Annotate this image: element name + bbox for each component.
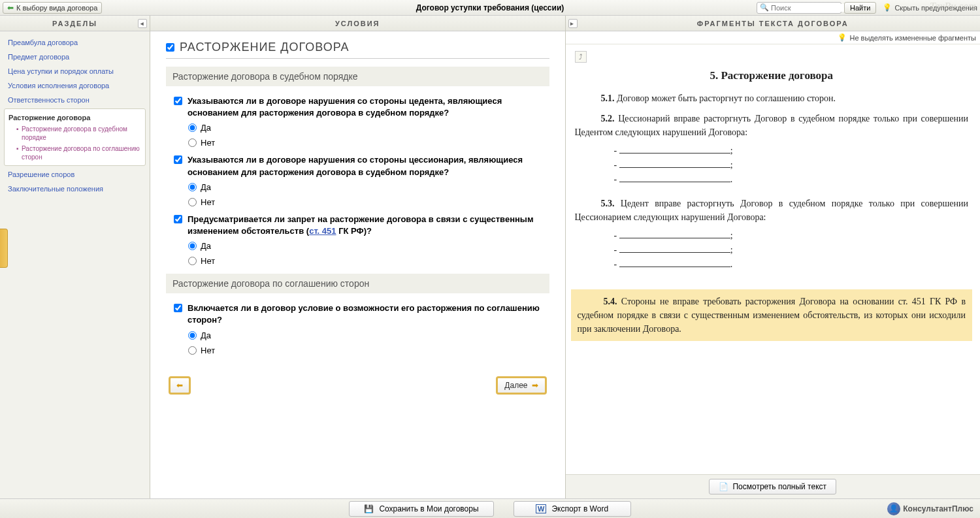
fragments-collapse-button[interactable]: ▸	[568, 19, 578, 28]
section-checkbox[interactable]	[166, 43, 174, 52]
q3-no[interactable]: Нет	[166, 253, 549, 268]
blank-line: - ;	[614, 245, 969, 255]
question-1: Указываются ли в договоре нарушения со с…	[166, 91, 549, 120]
conditions-column: УСЛОВИЯ РАСТОРЖЕНИЕ ДОГОВОРА Расторжение…	[150, 16, 566, 498]
clause-5-1: 5.1. Договор может быть расторгнут по со…	[575, 91, 969, 105]
fragments-header: ▸ ФРАГМЕНТЫ ТЕКСТА ДОГОВОРА	[566, 16, 981, 31]
topbar: ⬅ К выбору вида договора Договор уступки…	[0, 0, 980, 16]
prev-button[interactable]: ⬅	[169, 376, 191, 395]
q3-yes[interactable]: Да	[166, 238, 549, 253]
blank-line: - .	[614, 259, 969, 270]
sidebar-collapse-button[interactable]: ◂	[138, 19, 147, 28]
footer: 💾 Сохранить в Мои договоры W Экспорт в W…	[0, 498, 980, 518]
sidebar-sub-agreement[interactable]: Расторжение договора по соглашению сторо…	[5, 143, 145, 163]
main: РАЗДЕЛЫ ◂ Преамбула договора Предмет дог…	[0, 16, 980, 498]
find-button[interactable]: Найти	[844, 2, 876, 14]
q1-checkbox[interactable]	[174, 97, 182, 105]
sidebar: РАЗДЕЛЫ ◂ Преамбула договора Предмет дог…	[0, 16, 150, 498]
next-label: Далее	[504, 381, 527, 390]
view-full-text-button[interactable]: 📄 Посмотреть полный текст	[709, 479, 836, 494]
view-full-label: Посмотреть полный текст	[732, 482, 826, 491]
sidebar-item-disputes[interactable]: Разрешение споров	[0, 167, 150, 182]
q4-checkbox[interactable]	[174, 304, 182, 312]
link-art451[interactable]: ст. 451	[309, 226, 336, 236]
q3-text: Предусматривается ли запрет на расторжен…	[188, 214, 549, 237]
fragments-column: ▸ ФРАГМЕНТЫ ТЕКСТА ДОГОВОРА 💡 Не выделят…	[566, 16, 981, 498]
section-title-row: РАСТОРЖЕНИЕ ДОГОВОРА	[166, 40, 549, 59]
brand-logo-icon: 👤	[887, 502, 900, 515]
conditions-body: РАСТОРЖЕНИЕ ДОГОВОРА Расторжение договор…	[150, 31, 565, 498]
bulb-icon: 💡	[838, 33, 847, 42]
fragments-toolbar: 💡 Не выделять измененные фрагменты	[566, 31, 981, 44]
doc-heading: 5. Расторжение договора	[575, 69, 969, 82]
clause-5-3: 5.3. Цедент вправе расторгнуть Договор в…	[575, 197, 969, 224]
topbar-right: 🔍 ✎ Найти 💡 Скрыть предупреждения	[757, 2, 977, 14]
scroll-up-icon[interactable]: ⤴	[575, 51, 587, 63]
back-label: К выбору вида договора	[16, 4, 97, 12]
q4-text: Включается ли в договор условие о возмож…	[188, 302, 549, 326]
save-label: Сохранить в Мои договоры	[379, 504, 478, 513]
q2-no[interactable]: Нет	[166, 195, 549, 210]
arrow-left-icon: ⬅	[176, 381, 183, 390]
highlighted-clause-5-4: 5.4. Стороны не вправе требовать расторж…	[571, 289, 973, 341]
blank-line: - ;	[614, 160, 969, 170]
sidebar-body: Преамбула договора Предмет договора Цена…	[0, 31, 150, 498]
save-icon: 💾	[364, 504, 374, 513]
sidebar-item-price[interactable]: Цена уступки и порядок оплаты	[0, 64, 150, 78]
sidebar-header-label: РАЗДЕЛЫ	[52, 20, 97, 27]
sidebar-item-final[interactable]: Заключительные положения	[0, 182, 150, 196]
sidebar-active-section: Расторжение договора Расторжение договор…	[4, 108, 146, 166]
conditions-header: УСЛОВИЯ	[150, 16, 565, 31]
hide-warnings-link[interactable]: 💡 Скрыть предупреждения	[883, 3, 977, 12]
blank-line: - ;	[614, 231, 969, 241]
side-ribbon-tab[interactable]	[0, 229, 8, 268]
subsection-judicial: Расторжение договора в судебном порядке	[166, 67, 549, 86]
sidebar-item-execution[interactable]: Условия исполнения договора	[0, 78, 150, 93]
sidebar-item-preamble[interactable]: Преамбула договора	[0, 35, 150, 50]
save-to-my-contracts-button[interactable]: 💾 Сохранить в Мои договоры	[349, 501, 493, 517]
sidebar-item-subject[interactable]: Предмет договора	[0, 50, 150, 64]
hide-warnings-label: Скрыть предупреждения	[894, 4, 977, 12]
blank-line: - ;	[614, 146, 969, 156]
word-icon: W	[536, 504, 546, 513]
q2-text: Указываются ли в договоре нарушения со с…	[188, 154, 549, 178]
back-to-contract-type-button[interactable]: ⬅ К выбору вида договора	[3, 2, 102, 14]
q4-no[interactable]: Нет	[166, 343, 549, 358]
q2-checkbox[interactable]	[174, 155, 182, 164]
q2-yes[interactable]: Да	[166, 180, 549, 195]
q1-yes[interactable]: Да	[166, 120, 549, 135]
section-title: РАСТОРЖЕНИЕ ДОГОВОРА	[180, 40, 350, 54]
sidebar-active-title[interactable]: Расторжение договора	[5, 112, 145, 123]
search-icon: 🔍	[760, 3, 769, 12]
question-3: Предусматривается ли запрет на расторжен…	[166, 210, 549, 238]
fragments-header-label: ФРАГМЕНТЫ ТЕКСТА ДОГОВОРА	[697, 20, 849, 27]
q3-checkbox[interactable]	[174, 215, 182, 223]
question-2: Указываются ли в договоре нарушения со с…	[166, 150, 549, 179]
next-button[interactable]: Далее ➡	[496, 376, 546, 395]
nav-buttons: ⬅ Далее ➡	[166, 376, 549, 402]
q1-no[interactable]: Нет	[166, 135, 549, 150]
arrow-left-icon: ⬅	[7, 3, 14, 12]
sidebar-sub-judicial[interactable]: Расторжение договора в судебном порядке	[5, 123, 145, 143]
clause-5-2: 5.2. Цессионарий вправе расторгнуть Дого…	[575, 112, 969, 139]
subsection-agreement: Расторжение договора по соглашению сторо…	[166, 274, 549, 293]
no-highlight-link[interactable]: 💡 Не выделять измененные фрагменты	[838, 33, 976, 42]
q1-text: Указываются ли в договоре нарушения со с…	[188, 95, 549, 119]
brand-label: КонсультантПлюс	[903, 504, 973, 513]
export-label: Экспорт в Word	[551, 504, 608, 513]
question-4: Включается ли в договор условие о возмож…	[166, 299, 549, 327]
arrow-right-icon: ➡	[532, 381, 538, 390]
document-icon: 📄	[719, 482, 728, 491]
view-full-row: 📄 Посмотреть полный текст	[566, 474, 981, 498]
sidebar-header: РАЗДЕЛЫ ◂	[0, 16, 150, 31]
blank-line: - .	[614, 174, 969, 185]
no-highlight-label: Не выделять измененные фрагменты	[849, 34, 976, 42]
fragments-body: ⤴ 5. Расторжение договора 5.1. Договор м…	[566, 44, 981, 474]
q4-yes[interactable]: Да	[166, 328, 549, 343]
brand: 👤 КонсультантПлюс	[887, 502, 973, 515]
search-box[interactable]: 🔍 ✎	[757, 2, 841, 14]
bulb-icon: 💡	[883, 3, 892, 12]
sidebar-item-liability[interactable]: Ответственность сторон	[0, 93, 150, 107]
export-word-button[interactable]: W Экспорт в Word	[514, 501, 631, 517]
conditions-header-label: УСЛОВИЯ	[335, 20, 380, 27]
